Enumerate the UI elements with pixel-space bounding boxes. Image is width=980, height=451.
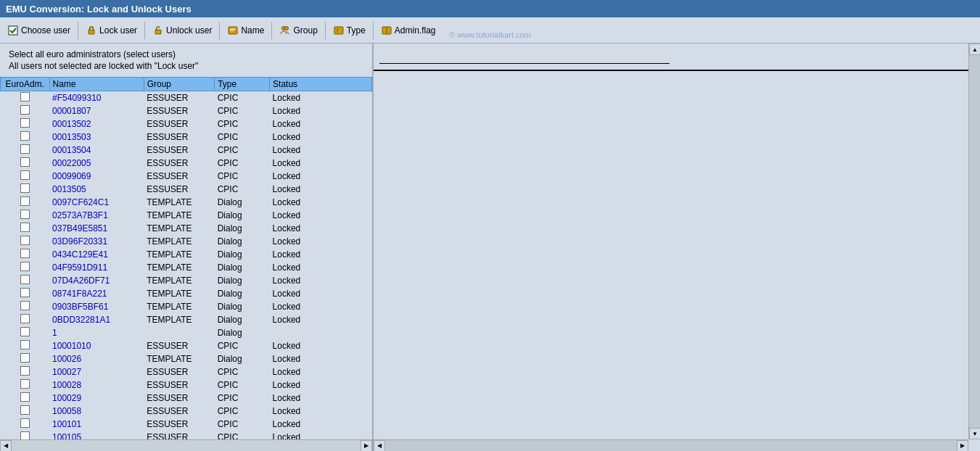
separator-5: [325, 22, 326, 39]
row-checkbox[interactable]: [20, 144, 30, 154]
row-checkbox[interactable]: [20, 210, 30, 219]
table-row[interactable]: 100105ESSUSERCPICLocked: [1, 431, 372, 439]
row-checkbox[interactable]: [20, 183, 30, 193]
table-row[interactable]: 0434C129E41TEMPLATEDialogLocked: [1, 248, 372, 261]
svg-point-7: [285, 26, 289, 30]
row-name: 00001807: [49, 104, 144, 117]
table-row[interactable]: 03D96F20331TEMPLATEDialogLocked: [1, 235, 372, 248]
left-hscroll[interactable]: ◀ ▶: [0, 439, 372, 451]
lock-user-button[interactable]: Lock user: [81, 22, 141, 38]
row-checkbox[interactable]: [20, 392, 30, 402]
row-checkbox[interactable]: [20, 236, 30, 245]
row-checkbox[interactable]: [20, 353, 30, 363]
row-name: 07D4A26DF71: [49, 274, 144, 287]
table-row[interactable]: 100058ESSUSERCPICLocked: [1, 405, 372, 418]
row-checkbox[interactable]: [20, 118, 30, 128]
table-row[interactable]: 00022005ESSUSERCPICLocked: [1, 157, 372, 170]
row-checkbox[interactable]: [20, 157, 30, 167]
toolbar: Choose user Lock user Unlock user Name G…: [0, 17, 980, 44]
row-name: 100026: [49, 352, 144, 365]
row-status: [270, 326, 372, 339]
row-checkbox[interactable]: [20, 275, 30, 284]
choose-user-button[interactable]: Choose user: [3, 22, 75, 38]
table-row[interactable]: 00013504ESSUSERCPICLocked: [1, 144, 372, 157]
row-checkbox[interactable]: [20, 262, 30, 271]
main-vscrollbar[interactable]: ▲ ▼: [968, 44, 980, 439]
row-checkbox[interactable]: [20, 92, 30, 102]
row-group: TEMPLATE: [144, 209, 215, 222]
row-checkbox[interactable]: [20, 131, 30, 141]
row-name: 00099069: [49, 170, 144, 183]
row-checkbox[interactable]: [20, 288, 30, 297]
row-checkbox[interactable]: [20, 340, 30, 349]
table-row[interactable]: 0BDD32281A1TEMPLATEDialogLocked: [1, 313, 372, 326]
group-button[interactable]: Group: [275, 22, 321, 38]
table-row[interactable]: 00001807ESSUSERCPICLocked: [1, 104, 372, 117]
row-checkbox[interactable]: [20, 405, 30, 415]
row-type: CPIC: [215, 157, 270, 170]
row-checkbox-cell: [1, 418, 50, 431]
row-status: Locked: [270, 157, 372, 170]
row-checkbox[interactable]: [20, 418, 30, 428]
table-container[interactable]: EuroAdm. Name Group Type Status #F540993…: [0, 77, 372, 439]
row-type: Dialog: [215, 352, 270, 365]
row-checkbox[interactable]: [20, 379, 30, 389]
row-status: Locked: [270, 378, 372, 392]
row-checkbox[interactable]: [20, 105, 30, 115]
table-row[interactable]: 00013502ESSUSERCPICLocked: [1, 117, 372, 131]
row-type: Dialog: [215, 222, 270, 235]
separator-2: [144, 22, 145, 39]
bottom-hscroll-right-btn[interactable]: ▶: [957, 440, 968, 452]
table-row[interactable]: 100027ESSUSERCPICLocked: [1, 365, 372, 378]
row-checkbox[interactable]: [20, 249, 30, 258]
table-row[interactable]: 037B49E5851TEMPLATEDialogLocked: [1, 222, 372, 235]
table-row[interactable]: 08741F8A221TEMPLATEDialogLocked: [1, 287, 372, 300]
row-checkbox[interactable]: [20, 314, 30, 323]
row-checkbox[interactable]: [20, 196, 30, 206]
table-row[interactable]: 00099069ESSUSERCPICLocked: [1, 170, 372, 183]
name-button[interactable]: Name: [223, 22, 268, 38]
search-input[interactable]: [379, 49, 670, 64]
table-row[interactable]: 1Dialog: [1, 326, 372, 339]
row-name: 100101: [49, 418, 144, 431]
table-row[interactable]: 02573A7B3F1TEMPLATEDialogLocked: [1, 209, 372, 222]
row-type: CPIC: [215, 378, 270, 392]
table-row[interactable]: 0097CF624C1TEMPLATEDialogLocked: [1, 196, 372, 209]
row-checkbox[interactable]: [20, 366, 30, 376]
table-row[interactable]: 0903BF5BF61TEMPLATEDialogLocked: [1, 300, 372, 313]
row-checkbox[interactable]: [20, 301, 30, 310]
row-group: ESSUSER: [144, 339, 215, 352]
main-vscroll-up-btn[interactable]: ▲: [969, 44, 980, 55]
row-checkbox[interactable]: [20, 223, 30, 232]
table-row[interactable]: 100029ESSUSERCPICLocked: [1, 392, 372, 405]
row-checkbox[interactable]: [20, 431, 30, 439]
admin-flag-button[interactable]: Admin.flag: [376, 22, 440, 38]
row-checkbox[interactable]: [20, 170, 30, 180]
right-panel: ▲ ▼ ◀ ▶: [374, 44, 980, 451]
table-row[interactable]: 100101ESSUSERCPICLocked: [1, 418, 372, 431]
row-checkbox[interactable]: [20, 327, 30, 336]
table-row[interactable]: 04F9591D911TEMPLATEDialogLocked: [1, 261, 372, 274]
row-group: ESSUSER: [144, 365, 215, 378]
main-vscroll-down-btn[interactable]: ▼: [969, 428, 980, 439]
table-row[interactable]: #F54099310ESSUSERCPICLocked: [1, 91, 372, 105]
type-label: Type: [347, 25, 366, 36]
table-row[interactable]: 10001010ESSUSERCPICLocked: [1, 339, 372, 352]
type-button[interactable]: T Type: [329, 22, 370, 38]
row-type: Dialog: [215, 196, 270, 209]
row-checkbox-cell: [1, 339, 50, 352]
table-row[interactable]: 100026TEMPLATEDialogLocked: [1, 352, 372, 365]
hscroll-right-btn[interactable]: ▶: [361, 440, 372, 452]
table-row[interactable]: 07D4A26DF71TEMPLATEDialogLocked: [1, 274, 372, 287]
unlock-user-button[interactable]: Unlock user: [148, 22, 216, 38]
bottom-hscrollbar[interactable]: ◀ ▶: [374, 439, 968, 451]
info-line1: Select all euro administrators (select u…: [9, 49, 363, 59]
table-row[interactable]: 100028ESSUSERCPICLocked: [1, 378, 372, 392]
table-row[interactable]: 0013505ESSUSERCPICLocked: [1, 183, 372, 196]
svg-text:T: T: [336, 28, 339, 33]
hscroll-left-btn[interactable]: ◀: [0, 440, 12, 452]
table-row[interactable]: 00013503ESSUSERCPICLocked: [1, 131, 372, 144]
bottom-hscroll-left-btn[interactable]: ◀: [374, 440, 385, 452]
row-status: Locked: [270, 418, 372, 431]
left-panel: Select all euro administrators (select u…: [0, 44, 374, 451]
